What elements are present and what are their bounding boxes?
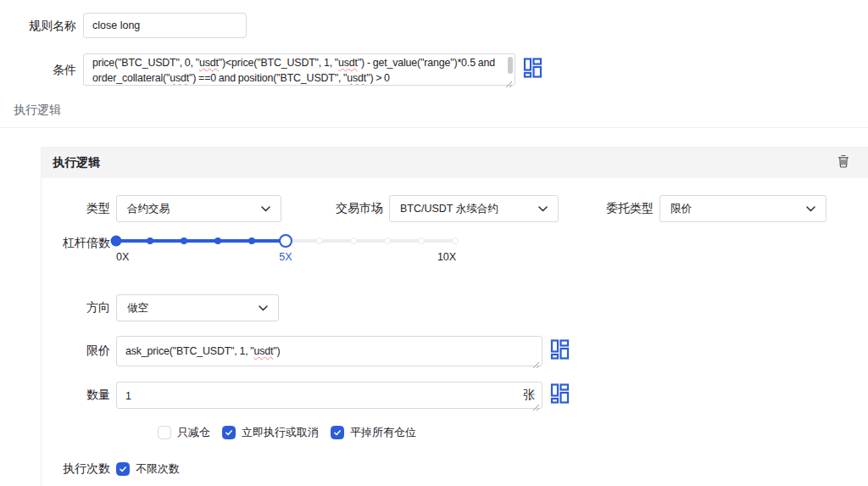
checkbox-icon[interactable] [222, 426, 236, 439]
leverage-slider[interactable]: 0X 5X 10X [116, 232, 455, 270]
type-label: 类型 [42, 201, 110, 216]
market-select[interactable]: BTC/USDT 永续合约 [389, 195, 559, 222]
direction-row: 方向 做空 [42, 294, 868, 321]
divider [0, 127, 868, 128]
card-header: 执行逻辑 [42, 148, 868, 178]
type-select[interactable]: 合约交易 [116, 195, 281, 222]
leverage-row: 杠杆倍数 0X 5X 10X [42, 232, 868, 270]
leverage-slider-track[interactable] [116, 239, 455, 243]
checkbox-unlimited-times[interactable]: 不限次数 [116, 461, 180, 477]
direction-select[interactable]: 做空 [116, 294, 279, 321]
condition-text: price("BTC_USDT", 0, "usdt")<price("BTC_… [92, 55, 501, 85]
slider-mark [147, 237, 153, 244]
condition-blocks-button[interactable] [523, 58, 542, 82]
limit-price-row: 限价 ask_price("BTC_USDT", 1, "usdt") [42, 336, 868, 366]
slider-mark [248, 237, 255, 244]
slider-mark [214, 237, 221, 244]
leverage-current-label: 5X [279, 251, 292, 263]
slider-mark [181, 237, 187, 244]
trash-icon [837, 154, 849, 171]
quantity-blocks-button[interactable] [550, 383, 570, 408]
exec-count-row: 执行次数 不限次数 [42, 461, 868, 477]
rule-name-input[interactable] [83, 13, 247, 38]
rule-form: 规则名称 条件 price("BTC_USDT", 0, "usdt")<pri… [0, 0, 868, 128]
market-label: 交易市场 [336, 201, 383, 216]
checkbox-close-all-positions[interactable]: 平掉所有仓位 [331, 425, 416, 440]
resize-grip-icon[interactable] [532, 399, 540, 407]
slider-mark [316, 237, 323, 244]
quantity-input[interactable]: 1 张 [116, 382, 542, 409]
execution-logic-section-label: 执行逻辑 [14, 103, 868, 116]
limit-price-input[interactable]: ask_price("BTC_USDT", 1, "usdt") [116, 336, 542, 366]
blocks-icon [550, 383, 570, 408]
leverage-max-label: 10X [437, 251, 456, 263]
condition-input[interactable]: price("BTC_USDT", 0, "usdt")<price("BTC_… [83, 53, 515, 86]
checkbox-icon[interactable] [116, 462, 130, 476]
slider-mark [350, 237, 357, 244]
leverage-label: 杠杆倍数 [42, 236, 110, 251]
quantity-label: 数量 [42, 388, 110, 403]
card-body: 类型 合约交易 交易市场 BTC/USDT 永续合约 委托类型 限价 [42, 195, 868, 486]
slider-handle[interactable] [279, 234, 292, 248]
resize-grip-icon[interactable] [505, 76, 513, 84]
checkbox-icon[interactable] [158, 426, 171, 439]
checkbox-reduce-only[interactable]: 只减仓 [158, 425, 210, 440]
quantity-row: 数量 1 张 [42, 382, 868, 409]
card-title: 执行逻辑 [53, 155, 837, 170]
leverage-min-label: 0X [116, 251, 129, 263]
execution-logic-card: 执行逻辑 类型 合约交易 交易市场 [41, 147, 868, 486]
rule-name-row: 规则名称 [0, 13, 868, 38]
chevron-down-icon [538, 206, 548, 212]
resize-grip-icon[interactable] [532, 357, 540, 365]
limit-price-blocks-button[interactable] [550, 339, 570, 364]
slider-mark [452, 237, 459, 244]
checkbox-ioc[interactable]: 立即执行或取消 [222, 425, 319, 440]
condition-label: 条件 [0, 53, 76, 86]
order-type-label: 委托类型 [606, 201, 654, 216]
exec-count-label: 执行次数 [42, 461, 110, 477]
order-type-select[interactable]: 限价 [659, 195, 826, 222]
order-options-row: 只减仓 立即执行或取消 平掉所有仓位 [42, 425, 868, 440]
chevron-down-icon [261, 206, 270, 212]
blocks-icon [523, 58, 542, 82]
chevron-down-icon [806, 206, 815, 212]
limit-price-text: ask_price("BTC_USDT", 1, "usdt") [125, 344, 530, 366]
slider-mark [384, 237, 391, 244]
rule-name-label: 规则名称 [0, 13, 76, 38]
delete-card-button[interactable] [837, 154, 849, 171]
slider-mark [111, 236, 122, 247]
limit-price-label: 限价 [42, 344, 110, 359]
slider-mark [418, 237, 425, 244]
condition-row: 条件 price("BTC_USDT", 0, "usdt")<price("B… [0, 53, 868, 86]
blocks-icon [550, 339, 570, 364]
scrollbar-thumb[interactable] [508, 57, 513, 74]
checkbox-icon[interactable] [331, 426, 344, 439]
direction-label: 方向 [42, 300, 110, 316]
chevron-down-icon [259, 305, 268, 311]
selects-row: 类型 合约交易 交易市场 BTC/USDT 永续合约 委托类型 限价 [42, 195, 868, 222]
quantity-text: 1 [125, 388, 508, 408]
